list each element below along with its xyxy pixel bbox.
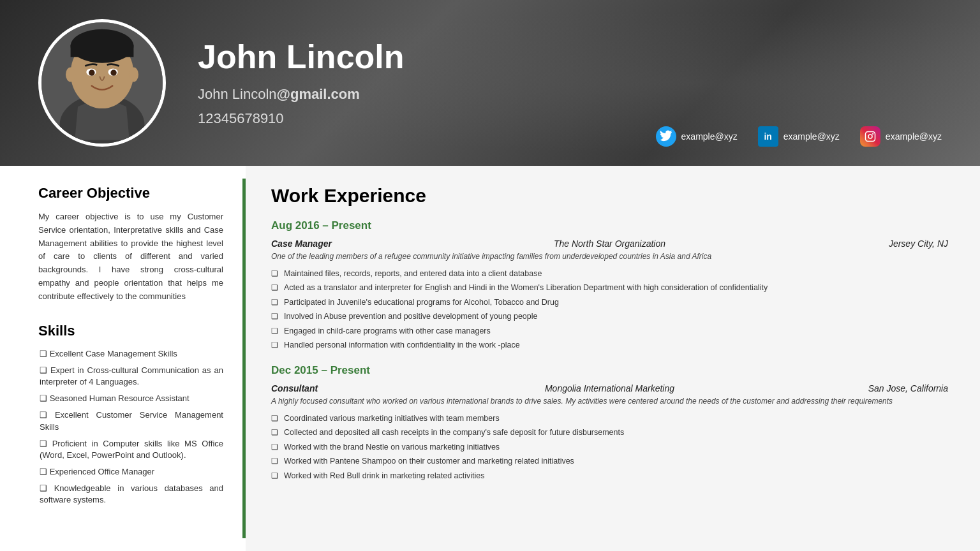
svg-point-14 (872, 133, 873, 135)
linkedin-icon: in (758, 126, 778, 147)
person-email: John Lincoln@gmail.com (198, 86, 942, 103)
exp2-bullet: Worked with the brand Nestle on various … (271, 442, 948, 453)
exp2-location: San Jose, California (722, 383, 948, 393)
left-column: Career Objective My career objective is … (0, 166, 242, 551)
skills-title: Skills (38, 323, 223, 339)
exp1-role: Case Manager (271, 239, 497, 249)
exp2-bullet: Coordinated various marketing initiative… (271, 413, 948, 425)
instagram-handle: example@xyz (886, 131, 942, 142)
svg-point-10 (66, 68, 75, 82)
svg-point-8 (89, 70, 95, 76)
exp2-bullets: Coordinated various marketing initiative… (271, 413, 948, 482)
header-info: John Lincoln John Lincoln@gmail.com 1234… (198, 39, 942, 126)
exp2-bullet: Worked with Red Bull drink in marketing … (271, 471, 948, 482)
linkedin-handle: example@xyz (783, 131, 840, 142)
skill-item: Seasoned Human Resource Assistant (38, 393, 223, 404)
exp2-role: Consultant (271, 383, 497, 393)
exp1-bullet: Involved in Abuse prevention and positiv… (271, 311, 948, 323)
avatar-image (41, 22, 163, 143)
header: John Lincoln John Lincoln@gmail.com 1234… (0, 0, 980, 166)
avatar (38, 19, 166, 147)
exp1-bullet: Acted as a translator and interpreter fo… (271, 283, 948, 294)
exp1-location: Jersey City, NJ (722, 239, 948, 249)
skill-item: Excellent Customer Service Management Sk… (38, 409, 223, 432)
skill-item: Knowledgeable in various databases and s… (38, 483, 223, 506)
exp2-description: A highly focused consultant who worked o… (271, 396, 948, 407)
exp1-description: One of the leading members of a refugee … (271, 251, 948, 262)
person-name: John Lincoln (198, 39, 942, 75)
twitter-handle: example@xyz (681, 131, 738, 142)
exp1-bullet: Engaged in child-care programs with othe… (271, 326, 948, 337)
exp1-company: The North Star Organization (497, 239, 723, 249)
exp2-date: Dec 2015 – Present (271, 364, 948, 377)
skill-item: Proficient in Computer skills like MS Of… (38, 438, 223, 461)
career-objective-title: Career Objective (38, 185, 223, 202)
work-experience-title: Work Experience (271, 185, 948, 207)
exp2-bullet: Collected and deposited all cash receipt… (271, 427, 948, 439)
exp1-date: Aug 2016 – Present (271, 219, 948, 232)
exp2-bullet: Worked with Pantene Shampoo on their cus… (271, 456, 948, 467)
email-domain: @gmail.com (277, 86, 360, 102)
right-column: Work Experience Aug 2016 – Present Case … (246, 166, 980, 551)
exp1-row: Case Manager The North Star Organization… (271, 239, 948, 249)
svg-point-13 (868, 135, 872, 138)
svg-point-11 (129, 68, 138, 82)
experience-2: Dec 2015 – Present Consultant Mongolia I… (271, 364, 948, 481)
social-links: example@xyz in example@xyz example@xyz (656, 126, 942, 147)
experience-1: Aug 2016 – Present Case Manager The Nort… (271, 219, 948, 351)
skill-item: Expert in Cross-cultural Communication a… (38, 365, 223, 388)
skills-list: Excellent Case Management Skills Expert … (38, 348, 223, 506)
instagram-social[interactable]: example@xyz (860, 126, 942, 147)
exp2-company: Mongolia International Marketing (497, 383, 723, 393)
exp1-bullet: Handled personal information with confid… (271, 340, 948, 351)
twitter-social[interactable]: example@xyz (656, 126, 738, 147)
exp2-row: Consultant Mongolia International Market… (271, 383, 948, 393)
svg-rect-12 (865, 132, 875, 142)
svg-point-9 (110, 70, 117, 76)
twitter-icon (656, 126, 676, 147)
person-phone: 12345678910 (198, 110, 942, 127)
skill-item: Experienced Office Manager (38, 466, 223, 478)
email-prefix: John Lincoln (198, 86, 277, 102)
linkedin-social[interactable]: in example@xyz (758, 126, 840, 147)
instagram-icon (860, 126, 880, 147)
exp1-bullet: Participated in Juvenile's educational p… (271, 297, 948, 309)
exp1-bullet: Maintained files, records, reports, and … (271, 268, 948, 280)
exp1-bullets: Maintained files, records, reports, and … (271, 268, 948, 351)
svg-rect-5 (71, 45, 134, 57)
career-objective-text: My career objective is to use my Custome… (38, 210, 223, 304)
main-content: Career Objective My career objective is … (0, 166, 980, 551)
skill-item: Excellent Case Management Skills (38, 348, 223, 360)
